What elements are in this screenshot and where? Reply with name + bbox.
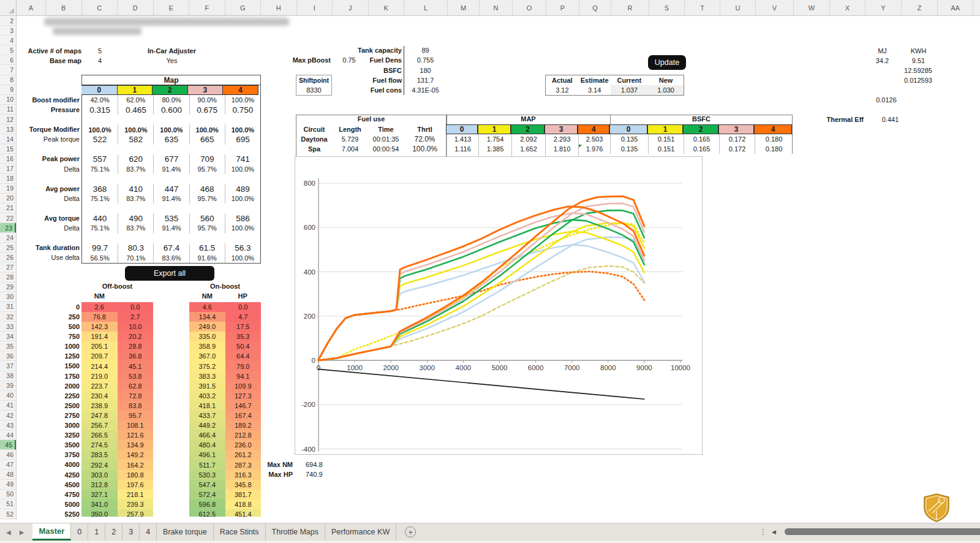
bsfc-value-cell[interactable]: 0.135 <box>610 134 648 144</box>
row-header[interactable]: 29 <box>0 283 16 292</box>
fuel-use-cell[interactable]: 7.004 <box>332 144 368 154</box>
off-hp-cell[interactable]: 28.8 <box>118 341 154 351</box>
map-table-cell[interactable]: 440 <box>82 213 118 223</box>
row-header[interactable]: 24 <box>0 233 16 243</box>
column-header[interactable]: E <box>154 0 190 16</box>
off-nm-cell[interactable]: 209.7 <box>81 351 118 361</box>
off-nm-cell[interactable]: 223.7 <box>81 381 118 391</box>
off-hp-cell[interactable]: 45.1 <box>118 361 154 371</box>
off-hp-cell[interactable]: 218.1 <box>118 490 154 499</box>
column-header[interactable]: O <box>513 0 546 16</box>
on-nm-cell[interactable]: 335.0 <box>189 332 225 341</box>
off-hp-cell[interactable]: 180.8 <box>118 470 154 480</box>
off-hp-cell[interactable]: 257.9 <box>118 509 154 517</box>
on-nm-cell[interactable]: 449.2 <box>189 420 225 430</box>
map-table-cell[interactable]: 83.7% <box>118 164 153 174</box>
map-table-cell[interactable]: 709 <box>189 154 225 164</box>
map-table-cell[interactable]: 75.1% <box>82 164 118 174</box>
map-column-header[interactable]: 2 <box>152 85 188 95</box>
fuel-use-cell[interactable]: 00:00:54 <box>368 144 404 154</box>
map-table-cell[interactable]: 100.0% <box>118 124 153 134</box>
off-hp-cell[interactable]: 239.3 <box>118 499 154 509</box>
map-table-cell[interactable]: 56.5% <box>82 253 118 263</box>
on-hp-cell[interactable]: 79.0 <box>225 361 262 371</box>
calib-value[interactable]: 1.030 <box>648 85 684 95</box>
off-hp-cell[interactable]: 53.8 <box>118 371 154 381</box>
on-hp-cell[interactable]: 35.3 <box>225 332 262 341</box>
row-header[interactable]: 30 <box>0 292 16 302</box>
column-header[interactable]: Z <box>902 0 938 16</box>
map-table-cell[interactable]: 522 <box>82 135 118 145</box>
column-header[interactable]: L <box>404 0 448 16</box>
map-table-cell[interactable]: 100.0% <box>225 223 260 233</box>
off-hp-cell[interactable]: 164.2 <box>118 460 154 469</box>
shiftpoint-value[interactable]: 8330 <box>296 85 331 95</box>
calib-value[interactable]: 3.14 <box>579 85 611 95</box>
sheet-tab-4[interactable]: 4 <box>140 523 157 541</box>
bsfc-column-header[interactable]: 2 <box>683 124 718 134</box>
bsfc-value-cell[interactable]: 0.165 <box>684 134 719 144</box>
map-table-cell[interactable]: 95.7% <box>189 164 225 174</box>
column-header[interactable]: R <box>611 0 649 16</box>
on-nm-cell[interactable]: 596.8 <box>189 499 225 509</box>
off-nm-cell[interactable]: 230.4 <box>81 391 118 401</box>
map-table-cell[interactable]: 80.3 <box>118 243 153 253</box>
row-header[interactable]: 27 <box>0 263 16 273</box>
column-header[interactable]: D <box>118 0 154 16</box>
on-nm-cell[interactable]: 383.3 <box>189 371 225 381</box>
on-nm-cell[interactable]: 391.5 <box>189 381 225 391</box>
row-header[interactable]: 9 <box>0 85 16 95</box>
map-table-cell[interactable]: 665 <box>189 135 225 145</box>
map-table-cell[interactable]: 100.0% <box>225 164 260 174</box>
map-value-cell[interactable]: 2.293 <box>545 134 578 144</box>
scrollbar-thumb[interactable] <box>785 528 980 535</box>
map-table-cell[interactable]: 0.600 <box>153 105 189 115</box>
on-nm-cell[interactable]: 375.2 <box>189 361 225 371</box>
map-table-cell[interactable]: 75.1% <box>82 194 118 203</box>
off-nm-cell[interactable]: 205.1 <box>81 341 118 351</box>
sheet-tab-performance-kw[interactable]: Performance KW <box>325 523 396 541</box>
on-hp-cell[interactable]: 109.9 <box>225 381 262 391</box>
fuel-param-value[interactable]: 0.755 <box>404 55 447 65</box>
map-value-cell[interactable]: 1.385 <box>478 144 511 154</box>
on-nm-cell[interactable]: 480.4 <box>189 440 225 450</box>
map-table-cell[interactable]: 61.5 <box>189 243 225 253</box>
on-nm-cell[interactable]: 496.1 <box>189 450 225 460</box>
mj-value-2[interactable]: 0.0126 <box>864 95 908 105</box>
column-header[interactable]: U <box>720 0 756 16</box>
off-nm-cell[interactable]: 266.5 <box>81 430 118 440</box>
off-nm-cell[interactable]: 214.4 <box>81 361 118 371</box>
on-hp-cell[interactable]: 212.8 <box>225 430 262 440</box>
on-hp-cell[interactable]: 261.2 <box>225 450 262 460</box>
column-header[interactable]: A <box>17 0 46 16</box>
calib-value[interactable]: 3.12 <box>546 85 579 95</box>
off-hp-cell[interactable]: 20.2 <box>118 332 154 341</box>
map-table-cell[interactable]: 67.4 <box>153 243 189 253</box>
map-table-cell[interactable]: 90.0% <box>189 95 225 105</box>
map-table-cell[interactable]: 535 <box>153 213 189 223</box>
map-table-cell[interactable]: 582 <box>118 135 153 145</box>
sheet-tab-race-stints[interactable]: Race Stints <box>214 523 266 541</box>
map-table-cell[interactable]: 83.7% <box>118 194 153 203</box>
map-table-cell[interactable]: 677 <box>153 154 189 164</box>
map-table-cell[interactable]: 620 <box>118 154 153 164</box>
next-sheet-arrow-icon[interactable]: ▶ <box>20 529 24 536</box>
map-column-header[interactable]: 1 <box>117 85 153 95</box>
off-nm-cell[interactable]: 2.6 <box>81 302 118 312</box>
map-table-cell[interactable]: 410 <box>118 184 153 194</box>
bsfc-value-cell[interactable]: 0.172 <box>719 144 755 154</box>
map-column-header[interactable]: 0 <box>446 124 478 134</box>
on-hp-cell[interactable]: 94.1 <box>225 371 262 381</box>
column-header[interactable]: G <box>225 0 262 16</box>
map-table-cell[interactable]: 70.1% <box>118 253 153 263</box>
on-hp-cell[interactable]: 50.4 <box>225 341 262 351</box>
off-nm-cell[interactable]: 191.4 <box>81 332 118 341</box>
off-nm-cell[interactable]: 142.3 <box>81 322 118 332</box>
map-table-cell[interactable]: 95.7% <box>189 194 225 203</box>
on-hp-cell[interactable]: 17.5 <box>225 322 262 332</box>
active-maps-value[interactable]: 5 <box>82 46 118 56</box>
on-nm-cell[interactable]: 530.3 <box>189 470 225 480</box>
map-value-cell[interactable]: 1.116 <box>447 144 478 154</box>
update-button[interactable]: Update <box>648 55 686 70</box>
on-nm-cell[interactable]: 249.0 <box>189 322 225 332</box>
